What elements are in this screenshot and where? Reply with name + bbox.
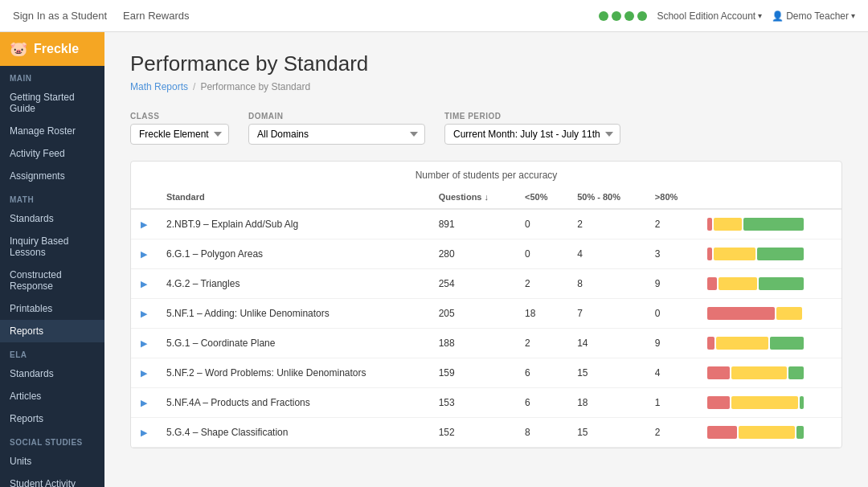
page-title: Performance by Standard [130,51,842,76]
bar-yellow [739,426,795,439]
teacher-label: Demo Teacher [786,10,849,22]
bar-green [788,366,804,379]
bar-green [770,337,804,350]
standard-name: 2.NBT.9 – Explain Add/Sub Alg [157,209,429,239]
top-nav-right: School Edition Account ▾ 👤 Demo Teacher … [599,10,855,22]
bar-red [707,426,737,439]
class-filter-group: CLASS Freckle Element [130,112,229,145]
breadcrumb-current: Performance by Standard [200,81,310,92]
expand-button[interactable]: ▶ [141,309,147,319]
lt50-count: 6 [515,388,567,418]
expand-button[interactable]: ▶ [141,219,147,230]
expand-cell[interactable]: ▶ [131,269,157,299]
table-row: ▶ 5.NF.1 – Adding: Unlike Denominators 2… [131,299,841,329]
sidebar-item-math-reports[interactable]: Reports [0,320,104,342]
expand-cell[interactable]: ▶ [131,388,157,418]
bar-red [707,337,714,350]
teacher-button[interactable]: 👤 Demo Teacher ▾ [772,10,855,22]
expand-cell[interactable]: ▶ [131,418,157,448]
mid-count: 15 [567,418,645,448]
mid-count: 18 [567,388,645,418]
bar-chart-cell [698,329,841,358]
gt80-count: 4 [645,358,698,388]
expand-cell[interactable]: ▶ [131,299,157,329]
bar-red [707,277,717,290]
lt50-count: 18 [515,299,567,329]
col-standard: Standard [157,186,429,209]
lt50-count: 2 [515,329,567,358]
sidebar-item-manage-roster[interactable]: Manage Roster [0,120,104,142]
sidebar-item-assignments[interactable]: Assignments [0,165,104,187]
standard-name: 5.NF.1 – Adding: Unlike Denominators [157,299,429,329]
col-gt80: >80% [645,186,698,209]
lt50-count: 6 [515,358,567,388]
sidebar-item-articles[interactable]: Articles [0,385,104,407]
expand-button[interactable]: ▶ [141,279,147,289]
sidebar-item-getting-started[interactable]: Getting Started Guide [0,86,104,120]
sidebar-item-ela-standards[interactable]: Standards [0,362,104,385]
expand-cell[interactable]: ▶ [131,239,157,269]
bar-red [707,307,775,320]
expand-button[interactable]: ▶ [141,249,147,260]
col-questions: Questions ↓ [429,186,515,209]
sidebar-item-ss-student-activity[interactable]: Student Activity [0,473,104,487]
domain-filter-select[interactable]: All Domains [248,124,425,145]
lt50-count: 0 [515,209,567,239]
sidebar-section-ela: ELA [0,342,104,362]
lt50-count: 2 [515,269,567,299]
sidebar-item-printables[interactable]: Printables [0,297,104,320]
bar-green [796,426,804,439]
breadcrumb-separator: / [193,81,195,92]
sidebar-section-main: MAIN [0,66,104,86]
table-row: ▶ 5.G.4 – Shape Classification 152 8 15 … [131,418,841,448]
expand-button[interactable]: ▶ [141,398,147,408]
performance-table: Standard Questions ↓ <50% 50% - 80% >80%… [131,186,841,448]
sidebar-item-math-standards[interactable]: Standards [0,207,104,230]
sidebar-item-inquiry-based[interactable]: Inquiry Based Lessons [0,230,104,264]
gt80-count: 2 [645,418,698,448]
expand-button[interactable]: ▶ [141,428,147,438]
status-dot-1 [599,11,608,21]
sidebar-item-ela-reports[interactable]: Reports [0,407,104,430]
sidebar: 🐷 Freckle MAIN Getting Started Guide Man… [0,32,104,487]
time-filter-label: TIME PERIOD [444,112,620,121]
bar-chart [707,248,804,260]
mid-count: 8 [567,269,645,299]
standard-name: 6.G.1 – Polygon Areas [157,239,429,269]
table-header-row: Standard Questions ↓ <50% 50% - 80% >80% [131,186,841,209]
class-filter-select[interactable]: Freckle Element [130,124,229,145]
teacher-chevron-icon: ▾ [851,11,855,20]
bar-yellow [714,248,755,260]
table-row: ▶ 5.G.1 – Coordinate Plane 188 2 14 9 [131,329,841,358]
expand-cell[interactable]: ▶ [131,209,157,239]
sidebar-item-ss-units[interactable]: Units [0,450,104,473]
class-filter-label: CLASS [130,112,229,121]
bar-green [743,218,804,231]
bar-yellow [731,396,799,409]
col-lt50: <50% [515,186,567,209]
account-button[interactable]: School Edition Account ▾ [657,10,762,22]
bar-chart-cell [698,418,841,448]
expand-cell[interactable]: ▶ [131,358,157,388]
sidebar-item-activity-feed[interactable]: Activity Feed [0,142,104,165]
breadcrumb-parent-link[interactable]: Math Reports [130,81,188,92]
mid-count: 4 [567,239,645,269]
earn-rewards-link[interactable]: Earn Rewards [123,10,189,22]
expand-button[interactable]: ▶ [141,338,147,349]
expand-button[interactable]: ▶ [141,368,147,379]
questions-count: 280 [429,239,515,269]
table-row: ▶ 5.NF.2 – Word Problems: Unlike Denomin… [131,358,841,388]
filters: CLASS Freckle Element DOMAIN All Domains… [130,112,842,145]
gt80-count: 9 [645,269,698,299]
bar-red [707,366,730,379]
bar-chart [707,366,804,379]
sidebar-logo[interactable]: 🐷 Freckle [0,32,104,66]
bar-chart-cell [698,269,841,299]
teacher-person-icon: 👤 [772,10,784,22]
expand-cell[interactable]: ▶ [131,329,157,358]
bar-red [707,248,712,260]
time-filter-select[interactable]: Current Month: July 1st - July 11th [444,124,620,145]
sign-in-student-link[interactable]: Sign In as a Student [13,10,107,22]
sidebar-item-constructed-response[interactable]: Constructed Response [0,264,104,297]
bar-green [800,396,804,409]
